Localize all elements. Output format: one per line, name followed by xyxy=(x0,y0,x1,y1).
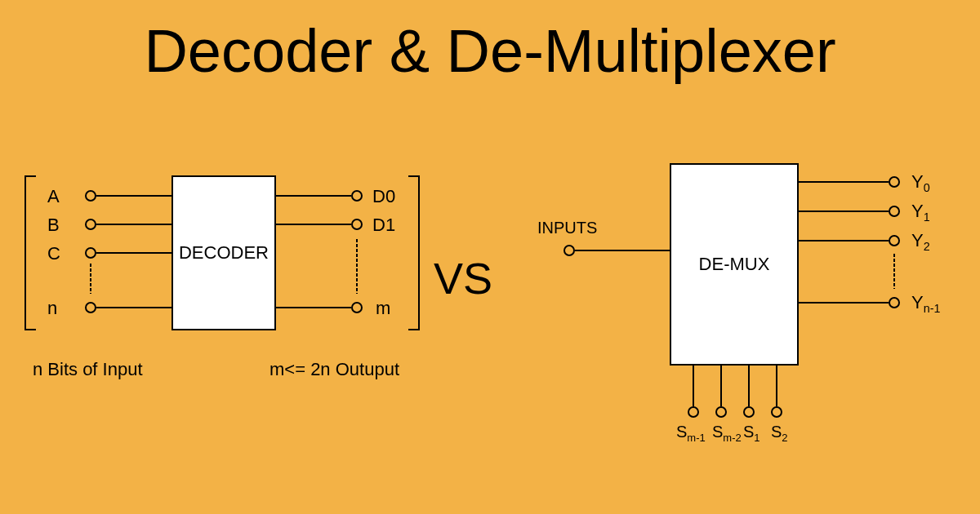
demux-input-label: INPUTS xyxy=(537,219,597,237)
demux-output-wire xyxy=(799,302,889,304)
decoder-output-label: D0 xyxy=(372,186,395,207)
demux-box-label: DE-MUX xyxy=(699,254,770,275)
demux-select-port xyxy=(771,406,782,418)
decoder-input-port xyxy=(85,219,96,230)
decoder-output-dots xyxy=(356,238,358,294)
demux-input-wire xyxy=(575,250,670,251)
demux-output-wire xyxy=(799,210,889,212)
demux-output-port xyxy=(889,206,900,217)
decoder-input-label: A xyxy=(47,186,60,207)
demux-output-port xyxy=(889,235,900,246)
decoder-output-port xyxy=(351,190,363,202)
demux-input-port xyxy=(564,245,575,256)
demux-select-wire xyxy=(748,366,750,406)
page-title: Decoder & De-Multiplexer xyxy=(0,16,980,86)
demux-output-label: Yn-1 xyxy=(911,292,940,315)
demux-box: DE-MUX xyxy=(670,163,799,366)
decoder-input-wire xyxy=(96,307,172,308)
decoder-output-label: m xyxy=(376,298,390,319)
demux-output-wire xyxy=(799,240,889,241)
demux-output-label: Y2 xyxy=(911,230,930,253)
demux-output-dots xyxy=(893,253,895,289)
decoder-input-port xyxy=(85,302,96,313)
decoder-input-label: n xyxy=(47,298,57,319)
demux-output-port xyxy=(889,297,900,308)
demux-select-port xyxy=(715,406,727,418)
decoder-box-label: DECODER xyxy=(179,242,269,264)
demux-select-port xyxy=(743,406,755,418)
demux-select-label: Sm-2 xyxy=(712,423,742,444)
demux-output-port xyxy=(889,176,900,188)
demux-output-label: Y0 xyxy=(911,171,930,194)
decoder-output-wire xyxy=(276,224,351,225)
decoder-input-wire xyxy=(96,195,172,197)
decoder-input-wire xyxy=(96,252,172,254)
vs-label: VS xyxy=(434,253,492,304)
decoder-input-bracket xyxy=(24,175,36,330)
demux-select-wire xyxy=(693,366,694,406)
decoder-input-port xyxy=(85,247,96,259)
decoder-output-caption: m<= 2n Outuput xyxy=(270,359,399,380)
demux-output-wire xyxy=(799,181,889,183)
decoder-output-port xyxy=(351,219,363,230)
demux-select-label: Sm-1 xyxy=(676,423,706,444)
decoder-output-wire xyxy=(276,195,351,197)
demux-select-label: S1 xyxy=(743,423,760,444)
demux-select-wire xyxy=(720,366,722,406)
decoder-output-port xyxy=(351,302,363,313)
decoder-output-label: D1 xyxy=(372,215,395,236)
demux-select-wire xyxy=(776,366,777,406)
decoder-input-dots xyxy=(90,263,91,294)
demux-select-port xyxy=(688,406,699,418)
decoder-input-label: C xyxy=(47,243,60,264)
decoder-input-label: B xyxy=(47,215,60,236)
decoder-input-caption: n Bits of Input xyxy=(33,359,143,380)
demux-select-label: S2 xyxy=(771,423,788,444)
decoder-output-wire xyxy=(276,307,351,308)
demux-output-label: Y1 xyxy=(911,201,930,224)
decoder-output-bracket xyxy=(408,175,420,330)
decoder-input-wire xyxy=(96,224,172,225)
decoder-box: DECODER xyxy=(172,175,276,330)
decoder-input-port xyxy=(85,190,96,202)
